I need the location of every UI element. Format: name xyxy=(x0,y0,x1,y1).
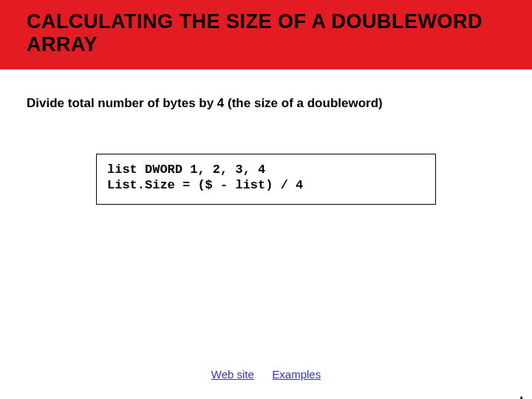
body-area: Divide total number of bytes by 4 (the s… xyxy=(0,69,532,205)
footer-links: Web site Examples xyxy=(0,368,532,381)
website-link[interactable]: Web site xyxy=(211,368,254,381)
code-line-1: list DWORD 1, 2, 3, 4 xyxy=(107,162,425,177)
title-band: CALCULATING THE SIZE OF A DOUBLEWORD ARR… xyxy=(0,0,532,69)
slide-title: CALCULATING THE SIZE OF A DOUBLEWORD ARR… xyxy=(27,10,505,56)
examples-link[interactable]: Examples xyxy=(272,368,321,381)
slide: CALCULATING THE SIZE OF A DOUBLEWORD ARR… xyxy=(0,0,532,399)
code-line-2: List.Size = ($ - list) / 4 xyxy=(107,177,425,193)
code-box: list DWORD 1, 2, 3, 4 List.Size = ($ - l… xyxy=(96,154,436,205)
page-number: 51 xyxy=(505,396,528,399)
body-text: Divide total number of bytes by 4 (the s… xyxy=(27,96,505,111)
